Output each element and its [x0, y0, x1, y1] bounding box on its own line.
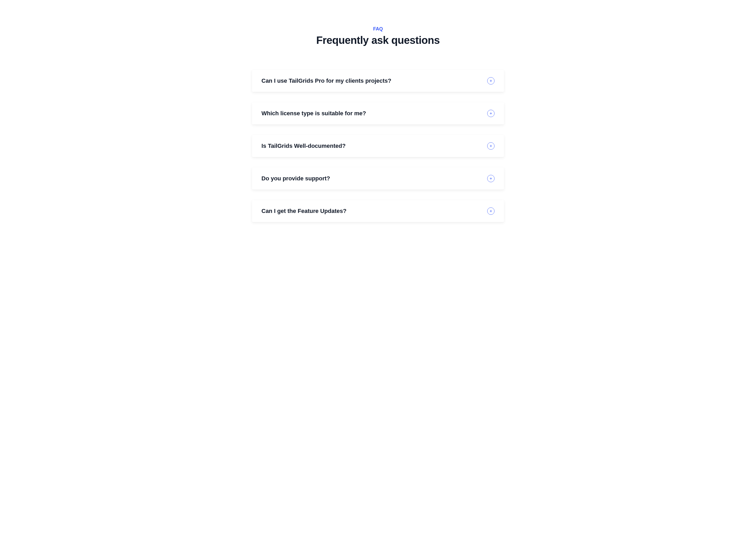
faq-list: Can I use TailGrids Pro for my clients p… [252, 70, 504, 222]
faq-question: Can I get the Feature Updates? [261, 208, 347, 215]
page-title: Frequently ask questions [252, 34, 504, 46]
faq-container: FAQ Frequently ask questions Can I use T… [252, 26, 504, 222]
plus-icon [487, 207, 495, 215]
plus-icon [487, 77, 495, 85]
faq-item[interactable]: Can I use TailGrids Pro for my clients p… [252, 70, 504, 92]
faq-question: Can I use TailGrids Pro for my clients p… [261, 77, 391, 84]
eyebrow-label: FAQ [252, 26, 504, 32]
faq-item[interactable]: Is TailGrids Well-documented? [252, 135, 504, 157]
plus-icon [487, 142, 495, 150]
faq-item[interactable]: Do you provide support? [252, 168, 504, 190]
faq-header: FAQ Frequently ask questions [252, 26, 504, 46]
faq-item[interactable]: Can I get the Feature Updates? [252, 200, 504, 222]
faq-question: Do you provide support? [261, 175, 330, 182]
faq-question: Is TailGrids Well-documented? [261, 143, 346, 149]
faq-question: Which license type is suitable for me? [261, 110, 366, 117]
plus-icon [487, 175, 495, 182]
plus-icon [487, 110, 495, 117]
faq-item[interactable]: Which license type is suitable for me? [252, 102, 504, 124]
